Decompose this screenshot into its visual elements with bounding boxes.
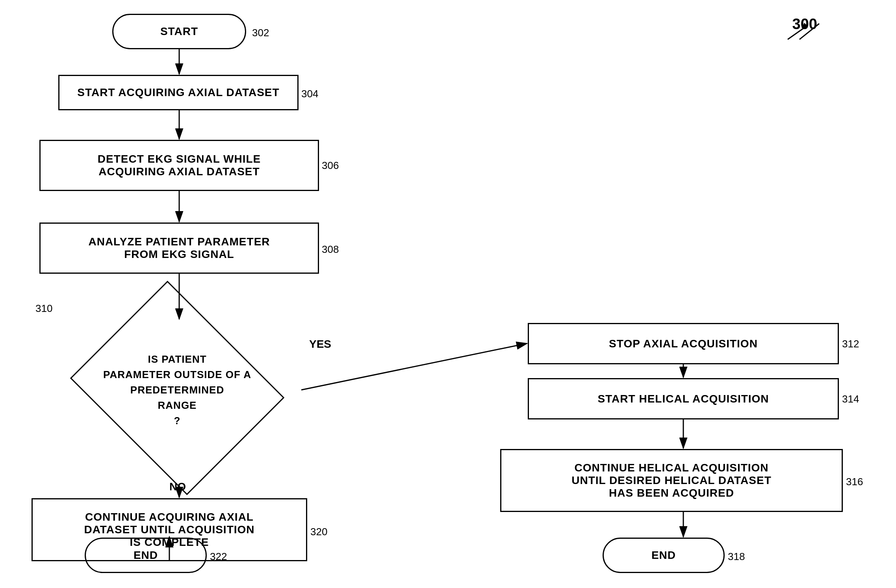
svg-line-7	[301, 343, 527, 390]
end-318-node: END	[603, 538, 725, 573]
step-312: STOP AXIAL ACQUISITION	[528, 323, 839, 364]
ref-322: 322	[210, 551, 227, 563]
end-322-node: END	[85, 538, 207, 573]
decision-310: IS PATIENT PARAMETER OUTSIDE OF A PREDET…	[57, 295, 301, 484]
ref-302: 302	[252, 27, 269, 39]
ref-308: 308	[322, 243, 339, 256]
ref-314: 314	[842, 393, 859, 405]
ref-316: 316	[846, 476, 863, 488]
diagram-number: 300	[792, 16, 817, 33]
ref-312: 312	[842, 338, 859, 350]
step-308: ANALYZE PATIENT PARAMETER FROM EKG SIGNA…	[39, 223, 319, 274]
start-node: START	[112, 14, 246, 49]
ref-306: 306	[322, 160, 339, 172]
ref-304: 304	[301, 88, 318, 100]
step-306: DETECT EKG SIGNAL WHILE ACQUIRING AXIAL …	[39, 140, 319, 191]
yes-label: YES	[309, 338, 331, 351]
ref-310: 310	[35, 302, 52, 315]
step-314: START HELICAL ACQUISITION	[528, 378, 839, 419]
ref-318: 318	[728, 551, 745, 563]
step-304: START ACQUIRING AXIAL DATASET	[58, 75, 299, 110]
no-label: NO	[169, 480, 186, 493]
ref-320: 320	[310, 526, 327, 538]
step-316: CONTINUE HELICAL ACQUISITION UNTIL DESIR…	[500, 449, 843, 512]
flowchart-diagram: 300 START 302 START ACQUIRING AXIAL DATA…	[0, 0, 896, 588]
